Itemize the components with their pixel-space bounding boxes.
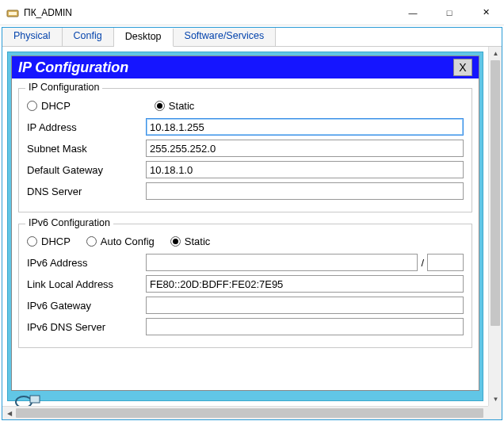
ipv4-legend: IP Configuration [25, 82, 102, 93]
ipv6-dhcp-label: DHCP [41, 235, 71, 247]
ipv6-static-label: Static [185, 235, 211, 247]
ipv6-auto-radio[interactable]: Auto Config [86, 235, 155, 247]
horizontal-scrollbar[interactable]: ◀ ▶ [2, 406, 502, 419]
radio-icon [155, 101, 165, 111]
minimize-button[interactable]: — [395, 0, 431, 25]
ip-address-input[interactable] [146, 118, 464, 136]
close-button[interactable]: ✕ [468, 0, 504, 25]
radio-icon [86, 236, 97, 247]
tab-desktop[interactable]: Desktop [114, 29, 174, 47]
ipv6-prefix-input[interactable] [427, 254, 464, 271]
window-title: ПК_ADMIN [24, 7, 72, 18]
ipv6-auto-label: Auto Config [101, 235, 155, 247]
prefix-separator: / [421, 257, 424, 269]
link-local-input[interactable] [146, 275, 464, 293]
svg-rect-1 [9, 12, 17, 15]
default-gateway-label: Default Gateway [27, 164, 146, 176]
dialog-close-button[interactable]: X [453, 59, 472, 76]
scroll-corner [488, 406, 502, 419]
scroll-up-button[interactable]: ▲ [489, 47, 502, 60]
ipv6-gateway-label: IPv6 Gateway [27, 300, 146, 312]
ipv6-group: IPv6 Configuration DHCP Auto Config [18, 224, 472, 348]
ipv6-dns-input[interactable] [146, 318, 464, 335]
radio-icon [27, 236, 37, 247]
vertical-scrollbar[interactable]: ▲ ▼ [488, 47, 502, 406]
vscroll-thumb[interactable] [491, 60, 500, 326]
app-frame: Physical Config Desktop Software/Service… [2, 27, 502, 420]
default-gateway-input[interactable] [146, 161, 464, 178]
desktop-panel: IP Configuration X IP Configuration DHCP [7, 52, 483, 401]
ipv4-static-radio[interactable]: Static [155, 100, 195, 112]
ip-config-window: IP Configuration X IP Configuration DHCP [11, 55, 479, 391]
scroll-area: IP Configuration X IP Configuration DHCP [2, 47, 502, 419]
desktop-below [11, 391, 479, 406]
ipv6-gateway-input[interactable] [146, 297, 464, 314]
maximize-button[interactable]: □ [431, 0, 468, 25]
vscroll-track[interactable] [489, 60, 502, 392]
content-pane: IP Configuration X IP Configuration DHCP [2, 47, 488, 406]
svg-rect-3 [30, 396, 40, 403]
pc-icon [14, 392, 40, 406]
dns-server-label: DNS Server [27, 186, 146, 197]
tab-row: Physical Config Desktop Software/Service… [2, 28, 502, 47]
tab-config[interactable]: Config [63, 28, 114, 46]
dialog-titlebar: IP Configuration X [12, 56, 479, 78]
radio-icon [170, 236, 181, 247]
hscroll-thumb[interactable] [16, 408, 483, 418]
svg-point-2 [16, 396, 32, 406]
subnet-mask-input[interactable] [146, 140, 464, 157]
dns-server-input[interactable] [146, 182, 464, 200]
dialog-title: IP Configuration [18, 59, 128, 76]
ipv6-mode-row: DHCP Auto Config Static [27, 235, 464, 247]
ipv4-dhcp-label: DHCP [41, 100, 71, 112]
tab-physical[interactable]: Physical [2, 28, 63, 46]
scroll-left-button[interactable]: ◀ [2, 407, 16, 419]
ipv6-dhcp-radio[interactable]: DHCP [27, 235, 71, 247]
radio-icon [27, 101, 37, 111]
ipv6-legend: IPv6 Configuration [25, 217, 113, 228]
ip-address-label: IP Address [27, 121, 146, 133]
link-local-label: Link Local Address [27, 278, 146, 290]
ipv4-mode-row: DHCP Static [27, 100, 464, 112]
ipv4-static-label: Static [169, 100, 195, 112]
app-icon [6, 6, 19, 19]
window-controls: — □ ✕ [395, 0, 504, 25]
ipv6-dns-label: IPv6 DNS Server [27, 321, 146, 333]
tab-software-services[interactable]: Software/Services [174, 28, 277, 46]
dialog-body: IP Configuration DHCP Static [12, 78, 479, 354]
scroll-down-button[interactable]: ▼ [489, 392, 502, 406]
ipv6-static-radio[interactable]: Static [170, 235, 211, 247]
ipv6-address-label: IPv6 Address [27, 257, 146, 269]
ipv4-dhcp-radio[interactable]: DHCP [27, 100, 71, 112]
ipv6-address-input[interactable] [146, 254, 418, 271]
hscroll-track[interactable] [16, 407, 488, 419]
subnet-mask-label: Subnet Mask [27, 143, 146, 155]
ipv4-group: IP Configuration DHCP Static [18, 88, 472, 212]
titlebar: ПК_ADMIN — □ ✕ [0, 0, 504, 25]
